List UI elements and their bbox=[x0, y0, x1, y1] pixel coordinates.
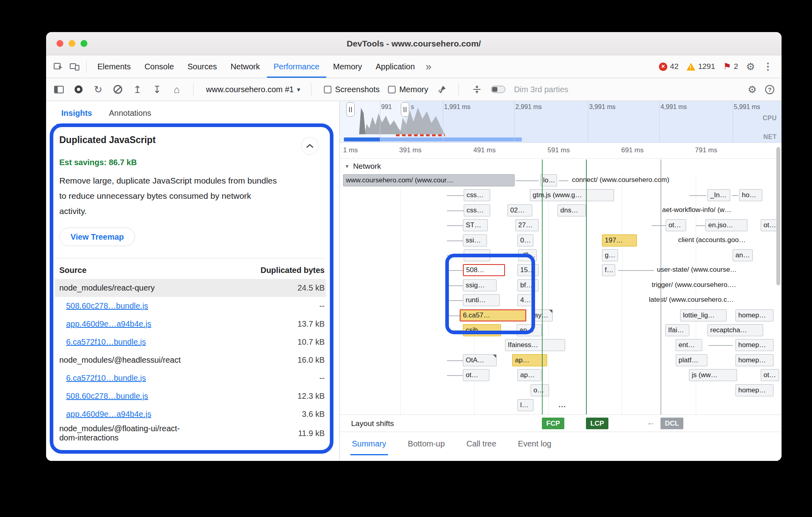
sidebar-tab-insights[interactable]: Insights bbox=[57, 101, 97, 125]
source-file-link[interactable]: app.460d9e…a94b4e.js bbox=[66, 319, 204, 329]
network-request-bar[interactable]: homep… bbox=[735, 309, 774, 321]
network-request-bar[interactable]: js (ww… bbox=[689, 369, 737, 381]
view-treemap-button[interactable]: View Treemap bbox=[59, 228, 135, 246]
minimize-window-button[interactable] bbox=[69, 40, 75, 47]
network-request-bar[interactable]: lo… bbox=[540, 174, 557, 186]
network-request-bar[interactable]: 4… bbox=[517, 294, 532, 306]
timeline-overview[interactable]: CPU NET 991s1,991 ms2,991 ms3,991 ms4,99… bbox=[340, 101, 782, 143]
network-flamechart[interactable]: www.coursehero.com/ (www.cour…lo…connect… bbox=[340, 174, 782, 414]
network-request-bar[interactable]: aet-workflow-info/ (w… bbox=[661, 204, 772, 216]
network-request-bar[interactable]: ap… bbox=[517, 324, 542, 336]
download-profile-icon[interactable] bbox=[151, 84, 163, 95]
network-request-bar[interactable]: bf… bbox=[517, 279, 539, 291]
home-icon[interactable] bbox=[171, 84, 182, 95]
network-request-bar[interactable]: homep… bbox=[735, 354, 774, 366]
tab-console[interactable]: Console bbox=[137, 55, 180, 78]
collapse-flame-icon[interactable] bbox=[471, 84, 483, 95]
network-request-bar[interactable]: ho… bbox=[739, 189, 762, 201]
fullscreen-window-button[interactable] bbox=[81, 40, 87, 47]
overview-window-handle[interactable] bbox=[346, 102, 355, 117]
tab-network[interactable]: Network bbox=[224, 55, 267, 78]
help-icon[interactable] bbox=[765, 85, 774, 94]
network-request-bar[interactable]: csib… bbox=[463, 324, 501, 336]
gc-brush-icon[interactable] bbox=[436, 84, 448, 95]
network-request-bar[interactable]: … bbox=[551, 399, 574, 411]
network-request-bar[interactable]: ay… bbox=[531, 309, 553, 321]
network-request-bar[interactable]: 02… bbox=[507, 204, 532, 216]
bottom-tab-summary[interactable]: Summary bbox=[350, 432, 388, 455]
network-track-header[interactable]: Network bbox=[340, 159, 782, 174]
network-request-bar[interactable]: g… bbox=[602, 249, 618, 261]
network-request-bar[interactable]: gtm.js (www.g… bbox=[530, 189, 614, 201]
toggle-sidebar-icon[interactable] bbox=[54, 86, 64, 93]
record-button[interactable] bbox=[75, 85, 83, 93]
source-file-link[interactable]: 6.ca572f10…bundle.js bbox=[66, 337, 204, 347]
network-request-bar[interactable]: ot… bbox=[761, 369, 779, 381]
network-request-bar[interactable]: client (accounts.goo… bbox=[677, 234, 775, 246]
network-request-bar[interactable]: 15… bbox=[517, 264, 539, 276]
insight-table-row[interactable]: app.460d9e…a94b4e.js13.7 kB bbox=[55, 315, 326, 333]
overview-window-handle[interactable] bbox=[401, 102, 409, 117]
insight-table-row[interactable]: node_modules/@headlessui/react16.0 kB bbox=[55, 351, 326, 369]
network-request-bar[interactable]: connect/ (www.coursehero.com) bbox=[570, 174, 725, 186]
network-request-bar[interactable]: l… bbox=[517, 399, 533, 411]
network-request-bar[interactable]: runti… bbox=[463, 294, 500, 306]
tab-performance[interactable]: Performance bbox=[267, 55, 327, 78]
kebab-menu-icon[interactable] bbox=[763, 62, 773, 71]
tab-application[interactable]: Application bbox=[369, 55, 422, 78]
network-request-bar[interactable]: ap… bbox=[512, 354, 547, 366]
network-request-bar[interactable]: f… bbox=[602, 264, 615, 276]
tab-memory[interactable]: Memory bbox=[326, 55, 369, 78]
network-request-bar[interactable]: 0… bbox=[517, 234, 533, 246]
network-request-bar[interactable]: dns… bbox=[557, 204, 586, 216]
network-request-bar[interactable]: css… bbox=[464, 204, 490, 216]
device-toolbar-icon[interactable] bbox=[68, 60, 81, 73]
network-request-bar[interactable]: _In… bbox=[707, 189, 730, 201]
network-request-bar[interactable]: 197… bbox=[602, 234, 637, 246]
network-request-bar[interactable]: platf… bbox=[676, 354, 707, 366]
insight-table-row[interactable]: 6.ca572f10…bundle.js10.7 kB bbox=[55, 333, 326, 351]
network-request-bar[interactable]: homep… bbox=[735, 339, 774, 351]
network-request-bar[interactable]: co… bbox=[464, 249, 490, 261]
network-request-bar[interactable]: OtA… bbox=[463, 354, 497, 366]
source-file-link[interactable]: 6.ca572f10…bundle.js bbox=[66, 374, 204, 383]
insight-table-row[interactable]: 508.60c278…bundle.js-- bbox=[55, 297, 326, 315]
screenshots-checkbox[interactable] bbox=[324, 86, 331, 93]
network-request-bar[interactable]: ssig… bbox=[463, 279, 497, 291]
upload-profile-icon[interactable] bbox=[132, 84, 143, 95]
network-request-bar[interactable]: Ifai… bbox=[665, 324, 689, 336]
insight-table-row[interactable]: node_modules/react-query24.5 kB bbox=[55, 279, 326, 297]
close-window-button[interactable] bbox=[57, 40, 63, 47]
network-request-bar[interactable]: ap… bbox=[517, 369, 541, 381]
console-warnings-status[interactable]: 1291 bbox=[687, 62, 715, 71]
network-request-bar[interactable]: 6.ca57… bbox=[460, 309, 526, 321]
inspect-element-icon[interactable] bbox=[52, 60, 65, 73]
clear-recording-icon[interactable] bbox=[113, 85, 122, 94]
bottom-tab-bottom-up[interactable]: Bottom-up bbox=[406, 432, 446, 455]
source-file-link[interactable]: 508.60c278…bundle.js bbox=[66, 392, 204, 401]
network-request-bar[interactable]: user-state/ (www.course… bbox=[655, 264, 775, 276]
network-request-bar[interactable]: d9… bbox=[518, 249, 537, 261]
source-file-link[interactable]: 508.60c278…bundle.js bbox=[66, 301, 204, 311]
network-request-bar[interactable]: recaptcha… bbox=[707, 324, 763, 336]
more-tabs-icon[interactable]: » bbox=[422, 61, 435, 73]
reload-and-record-icon[interactable] bbox=[93, 84, 104, 95]
network-request-bar[interactable]: an… bbox=[733, 249, 753, 261]
network-request-bar[interactable]: ot… bbox=[666, 219, 686, 231]
collapse-insight-button[interactable] bbox=[301, 137, 319, 155]
network-request-bar[interactable]: ST… bbox=[463, 219, 488, 231]
network-request-bar[interactable]: lottie_lig… bbox=[680, 309, 727, 321]
console-errors-status[interactable]: 42 bbox=[659, 62, 679, 71]
source-file-link[interactable]: app.460d9e…a94b4e.js bbox=[66, 410, 204, 419]
network-request-bar[interactable]: css… bbox=[464, 189, 490, 201]
network-request-bar[interactable]: latest/ (www.coursehero.c… bbox=[647, 294, 775, 306]
vertical-scrollbar-thumb[interactable] bbox=[776, 147, 780, 285]
issues-status[interactable]: 2 bbox=[723, 62, 738, 71]
sidebar-tab-annotations[interactable]: Annotations bbox=[104, 101, 156, 125]
network-request-bar[interactable]: trigger/ (www.coursehero.… bbox=[650, 279, 775, 291]
network-request-bar[interactable]: ent… bbox=[676, 339, 702, 351]
insight-table-row[interactable]: 508.60c278…bundle.js12.3 kB bbox=[55, 387, 326, 405]
network-request-bar[interactable]: en.jso… bbox=[705, 219, 747, 231]
recording-select[interactable]: www.coursehero.com #1 bbox=[206, 85, 300, 94]
network-request-bar[interactable]: homep… bbox=[735, 384, 774, 396]
